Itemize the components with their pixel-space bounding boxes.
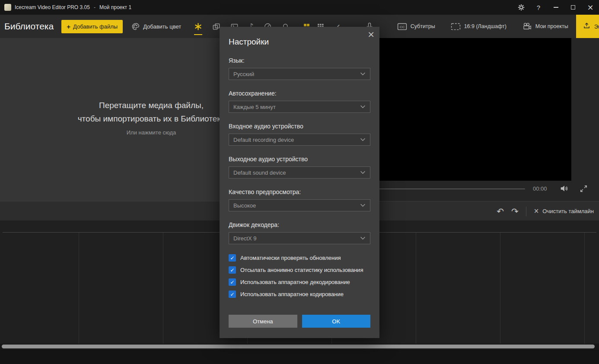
- dialog-title: Настройки: [229, 27, 370, 47]
- horizontal-scrollbar[interactable]: [0, 344, 599, 350]
- settings-gear-button[interactable]: [513, 0, 530, 15]
- chevron-down-icon: [360, 105, 366, 109]
- timeline-gridline: [163, 233, 163, 344]
- aspect-ratio-label: 16:9 (Ландшафт): [464, 23, 507, 29]
- dropdown-value: Русский: [233, 71, 254, 77]
- chevron-down-icon: [360, 138, 366, 141]
- svg-text:CC: CC: [399, 25, 405, 29]
- checkbox[interactable]: ✓: [229, 278, 236, 286]
- redo-icon: ↷: [511, 207, 519, 216]
- dropdown-select[interactable]: Default recording device: [229, 134, 370, 146]
- active-tab-indicator: [194, 34, 202, 35]
- settings-field: Язык: Русский: [229, 57, 370, 80]
- dropdown-select[interactable]: Каждые 5 минут: [229, 101, 370, 113]
- chevron-down-icon: [360, 171, 366, 174]
- dropdown-select[interactable]: DirectX 9: [229, 232, 370, 244]
- subtitles-button[interactable]: CC Субтитры: [397, 23, 435, 30]
- chevron-down-icon: [360, 72, 366, 76]
- dialog-footer: Отмена OK: [229, 315, 370, 328]
- maximize-icon: [571, 5, 575, 10]
- settings-fields: Язык: Русский Автосохранение: Каждые 5 м…: [229, 57, 370, 244]
- my-projects-button[interactable]: Мои проекты: [522, 22, 568, 31]
- field-label: Выходное аудио устройство: [229, 156, 370, 163]
- fullscreen-icon: [580, 185, 588, 193]
- subtitles-label: Субтитры: [411, 23, 435, 29]
- palette-icon: [131, 22, 140, 31]
- toolbar-separator: [526, 207, 526, 216]
- field-label: Качество предпросмотра:: [229, 188, 370, 195]
- field-label: Входное аудио устройство: [229, 123, 370, 130]
- settings-field: Выходное аудио устройство Default sound …: [229, 156, 370, 179]
- add-files-button[interactable]: + Добавить файлы: [61, 20, 123, 33]
- undo-icon: ↶: [497, 207, 504, 216]
- timeline-gridline: [584, 233, 585, 344]
- export-icon: [583, 22, 590, 31]
- export-label: Экспортировать видео: [594, 23, 599, 30]
- checkbox[interactable]: ✓: [229, 254, 236, 262]
- dropdown-value: Default sound device: [233, 169, 286, 176]
- checkbox-row: ✓ Автоматически проверять обновления: [229, 254, 370, 262]
- maximize-button[interactable]: [564, 0, 582, 15]
- checkbox-label: Автоматически проверять обновления: [240, 255, 341, 261]
- aspect-ratio-button[interactable]: 16:9 (Ландшафт): [451, 23, 507, 30]
- checkbox[interactable]: ✓: [229, 266, 236, 274]
- app-window: Icecream Video Editor PRO 3.05 - Мой про…: [0, 0, 599, 364]
- dropdown-value: Default recording device: [233, 137, 294, 143]
- project-name: Мой проект 1: [99, 4, 131, 10]
- checkbox-row: ✓ Использовать аппаратное декодирование: [229, 278, 370, 286]
- minimize-icon: [554, 7, 558, 8]
- settings-field: Движок декодера: DirectX 9: [229, 221, 370, 244]
- dropdown-select[interactable]: Default sound device: [229, 166, 370, 179]
- plus-icon: +: [67, 23, 70, 30]
- redo-button[interactable]: ↷: [511, 207, 519, 216]
- bottom-strip: [0, 350, 599, 364]
- playback-time: 00:00: [533, 185, 547, 192]
- settings-field: Входное аудио устройство Default recordi…: [229, 123, 370, 146]
- timeline-gridline: [500, 233, 500, 344]
- app-title: Icecream Video Editor PRO 3.05: [15, 4, 90, 10]
- clear-timeline-label: Очистить таймлайн: [542, 208, 594, 214]
- close-icon: ×: [587, 3, 593, 11]
- movie-camera-icon: [522, 22, 532, 31]
- settings-dialog: × Настройки Язык: Русский Автосохранение…: [220, 27, 379, 338]
- volume-button[interactable]: [559, 184, 569, 195]
- field-label: Язык:: [229, 57, 370, 64]
- settings-field: Автосохранение: Каждые 5 минут: [229, 90, 370, 113]
- add-color-button[interactable]: Добавить цвет: [131, 22, 181, 31]
- checkbox-label: Использовать аппаратное декодирование: [240, 279, 350, 285]
- checkbox[interactable]: ✓: [229, 291, 236, 298]
- settings-checkboxes: ✓ Автоматически проверять обновления ✓ О…: [229, 254, 370, 298]
- video-preview: [379, 38, 571, 181]
- ok-button[interactable]: OK: [302, 315, 371, 328]
- fullscreen-button[interactable]: [580, 185, 588, 195]
- help-button[interactable]: ?: [530, 0, 547, 15]
- dropdown-select[interactable]: Высокое: [229, 199, 370, 211]
- dropdown-value: Каждые 5 минут: [233, 104, 276, 110]
- undo-button[interactable]: ↶: [497, 207, 504, 216]
- checkbox-row: ✓ Отсылать анонимно статистику использов…: [229, 266, 370, 274]
- settings-field: Качество предпросмотра: Высокое: [229, 188, 370, 211]
- star-effects-icon: [194, 22, 202, 31]
- cancel-button[interactable]: Отмена: [229, 315, 297, 328]
- checkbox-label: Отсылать анонимно статистику использован…: [240, 267, 363, 273]
- close-window-button[interactable]: ×: [582, 0, 599, 15]
- clear-timeline-button[interactable]: × Очистить таймлайн: [534, 208, 594, 214]
- dropdown-value: Высокое: [233, 202, 256, 209]
- field-label: Движок декодера:: [229, 221, 370, 228]
- speaker-icon: [559, 184, 569, 193]
- dialog-close-button[interactable]: ×: [367, 30, 375, 38]
- dropdown-select[interactable]: Русский: [229, 68, 370, 80]
- dropdown-value: DirectX 9: [233, 235, 256, 242]
- timeline-gridline: [79, 233, 79, 344]
- export-video-button[interactable]: Экспортировать видео: [576, 15, 599, 38]
- chevron-down-icon: [360, 204, 366, 207]
- scrollbar-handle[interactable]: [2, 345, 595, 348]
- minimize-button[interactable]: [547, 0, 564, 15]
- add-files-label: Добавить файлы: [73, 23, 118, 30]
- chevron-down-icon: [360, 236, 366, 240]
- my-projects-label: Мои проекты: [535, 23, 568, 29]
- titlebar: Icecream Video Editor PRO 3.05 - Мой про…: [0, 0, 599, 15]
- app-logo-icon: [4, 4, 11, 11]
- checkbox-label: Использовать аппаратное кодирование: [240, 291, 344, 297]
- tab-effects[interactable]: [194, 22, 202, 31]
